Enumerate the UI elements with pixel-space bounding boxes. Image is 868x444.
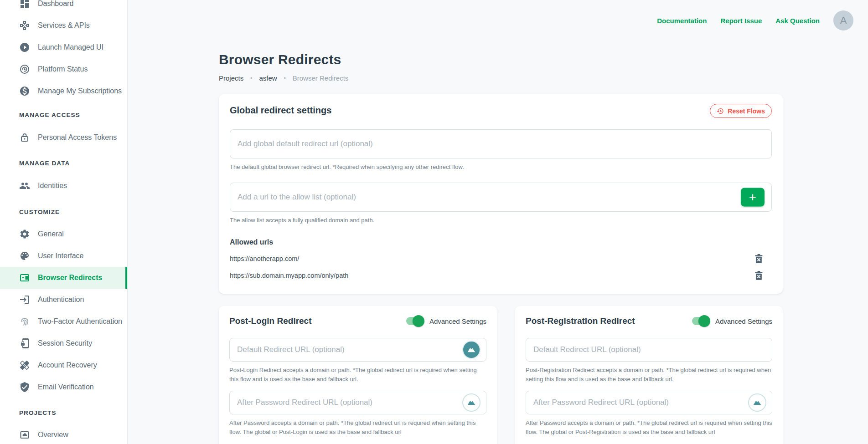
sidebar-item-identities[interactable]: Identities bbox=[0, 175, 127, 197]
sidebar-item-label: General bbox=[38, 230, 64, 238]
advanced-settings-label: Advanced Settings bbox=[715, 317, 772, 325]
allowed-url-row: https://sub.domain.myapp.com/only/path bbox=[230, 271, 772, 280]
sidebar-section-manage-data: MANAGE DATA bbox=[0, 158, 127, 168]
reset-flows-button[interactable]: Reset Flows bbox=[710, 104, 772, 118]
sidebar-section-manage-access: MANAGE ACCESS bbox=[0, 110, 127, 119]
sidebar-item-label: Services & APIs bbox=[38, 21, 90, 30]
sidebar-item-launch-managed-ui[interactable]: Launch Managed UI bbox=[0, 36, 127, 58]
sidebar-item-label: Launch Managed UI bbox=[38, 43, 103, 51]
plus-icon: + bbox=[749, 191, 756, 203]
sidebar-section-projects: PROJECTS bbox=[0, 408, 127, 417]
play-circle-icon bbox=[19, 42, 30, 53]
sidebar: Dashboard Services & APIs Launch Managed… bbox=[0, 0, 128, 444]
sidebar-item-manage-subscriptions[interactable]: Manage My Subscriptions bbox=[0, 80, 127, 102]
sidebar-item-user-interface[interactable]: User Interface bbox=[0, 245, 127, 267]
global-card-title: Global redirect settings bbox=[230, 105, 772, 116]
sidebar-item-label: Two-Factor Authentication bbox=[38, 317, 122, 326]
avatar[interactable]: A bbox=[833, 10, 853, 31]
breadcrumb-projects[interactable]: Projects bbox=[219, 74, 243, 82]
post-registration-advanced-settings-toggle[interactable] bbox=[692, 317, 709, 325]
main-content: Browser Redirects Projects • asfew • Bro… bbox=[219, 0, 783, 294]
post-registration-default-redirect-url-input[interactable] bbox=[526, 338, 772, 362]
login-arrow-icon bbox=[19, 294, 30, 305]
allowed-url-text: https://anotherapp.com/ bbox=[230, 255, 299, 262]
flow-variable-mountain-icon[interactable] bbox=[462, 393, 480, 412]
sidebar-item-label: Account Recovery bbox=[38, 361, 97, 369]
history-icon bbox=[717, 107, 724, 115]
add-url-button[interactable]: + bbox=[741, 188, 765, 206]
sidebar-item-overview[interactable]: Overview bbox=[0, 424, 127, 444]
flow-variable-mountain-icon[interactable] bbox=[748, 393, 766, 412]
toggle-knob bbox=[698, 315, 710, 327]
device-lock-icon bbox=[19, 338, 30, 349]
ask-question-link[interactable]: Ask Question bbox=[775, 17, 820, 25]
avatar-letter: A bbox=[840, 15, 847, 26]
breadcrumb-separator: • bbox=[284, 75, 286, 82]
sidebar-item-label: Manage My Subscriptions bbox=[38, 87, 122, 95]
post-registration-card-title: Post-Registration Redirect bbox=[526, 316, 635, 326]
delete-url-icon[interactable] bbox=[755, 254, 763, 263]
sidebar-item-label: Platform Status bbox=[38, 65, 88, 73]
page-title: Browser Redirects bbox=[219, 52, 783, 67]
gear-icon bbox=[19, 229, 30, 240]
shield-check-icon bbox=[19, 382, 30, 393]
documentation-link[interactable]: Documentation bbox=[657, 17, 707, 25]
sidebar-item-label: Session Security bbox=[38, 339, 92, 347]
people-icon bbox=[19, 180, 30, 191]
flow-variable-mountain-icon[interactable] bbox=[462, 341, 480, 359]
sidebar-item-label: Authentication bbox=[38, 296, 84, 304]
sidebar-item-general[interactable]: General bbox=[0, 223, 127, 245]
sidebar-item-label: User Interface bbox=[38, 252, 83, 260]
post-login-advanced-settings-toggle[interactable] bbox=[406, 317, 424, 325]
post-login-after-password-help: After Password accepts a domain or path.… bbox=[229, 418, 486, 436]
breadcrumb-current: Browser Redirects bbox=[293, 74, 349, 82]
post-registration-after-password-help: After Password accepts a domain or path.… bbox=[526, 418, 772, 436]
post-login-redirect-card: Post-Login Redirect Advanced Settings Po… bbox=[219, 306, 497, 444]
dashboard-icon bbox=[19, 0, 30, 9]
report-issue-link[interactable]: Report Issue bbox=[720, 17, 762, 25]
post-registration-default-help: Post-Registration Redirect accepts a dom… bbox=[526, 366, 772, 383]
allowed-url-text: https://sub.domain.myapp.com/only/path bbox=[230, 272, 348, 279]
sidebar-item-browser-redirects[interactable]: Browser Redirects bbox=[0, 267, 127, 289]
sidebar-item-email-verification[interactable]: Email Verification bbox=[0, 376, 127, 398]
delete-url-icon[interactable] bbox=[755, 271, 763, 280]
post-login-default-redirect-url-input[interactable] bbox=[229, 338, 486, 362]
subscriptions-dollar-icon bbox=[19, 86, 30, 97]
toggle-knob bbox=[413, 315, 424, 327]
sidebar-item-personal-access-tokens[interactable]: Personal Access Tokens bbox=[0, 127, 127, 148]
sidebar-item-services-apis[interactable]: Services & APIs bbox=[0, 15, 127, 36]
post-registration-after-password-redirect-url-input[interactable] bbox=[526, 391, 772, 414]
global-default-url-help: The default global browser redirect url.… bbox=[230, 163, 772, 172]
sidebar-item-session-security[interactable]: Session Security bbox=[0, 332, 127, 354]
post-login-card-title: Post-Login Redirect bbox=[229, 316, 312, 326]
allow-list-help: The allow list accepts a fully qualified… bbox=[230, 216, 772, 225]
advanced-settings-label: Advanced Settings bbox=[429, 317, 486, 325]
global-default-redirect-url-input[interactable] bbox=[230, 129, 772, 158]
services-apis-icon bbox=[19, 20, 30, 31]
sidebar-section-customize: CUSTOMIZE bbox=[0, 207, 127, 216]
allowed-urls-title: Allowed urls bbox=[230, 238, 772, 246]
browser-window-icon bbox=[19, 272, 30, 283]
reset-flows-label: Reset Flows bbox=[728, 107, 765, 115]
sidebar-item-dashboard[interactable]: Dashboard bbox=[0, 0, 127, 15]
palette-icon bbox=[19, 250, 30, 261]
sidebar-item-label: Identities bbox=[38, 182, 67, 190]
sidebar-item-label: Overview bbox=[38, 431, 68, 439]
post-login-after-password-redirect-url-input[interactable] bbox=[229, 391, 486, 414]
top-header: Documentation Report Issue Ask Question … bbox=[657, 10, 853, 31]
allowed-url-row: https://anotherapp.com/ bbox=[230, 254, 772, 263]
post-login-default-help: Post-Login Redirect accepts a domain or … bbox=[229, 366, 486, 383]
breadcrumb-project-name[interactable]: asfew bbox=[259, 74, 277, 82]
global-redirect-settings-card: Global redirect settings Reset Flows The… bbox=[219, 94, 783, 294]
sidebar-item-two-factor-authentication[interactable]: Two-Factor Authentication bbox=[0, 311, 127, 332]
sidebar-item-authentication[interactable]: Authentication bbox=[0, 289, 127, 311]
platform-status-icon bbox=[19, 64, 30, 75]
sidebar-item-account-recovery[interactable]: Account Recovery bbox=[0, 354, 127, 376]
sidebar-item-platform-status[interactable]: Platform Status bbox=[0, 58, 127, 80]
sidebar-item-label: Personal Access Tokens bbox=[38, 133, 117, 142]
sidebar-item-label: Dashboard bbox=[38, 0, 73, 8]
breadcrumb: Projects • asfew • Browser Redirects bbox=[219, 74, 783, 82]
breadcrumb-separator: • bbox=[250, 75, 252, 82]
allow-list-url-input[interactable] bbox=[230, 183, 772, 212]
cloud-image-icon bbox=[19, 429, 30, 440]
